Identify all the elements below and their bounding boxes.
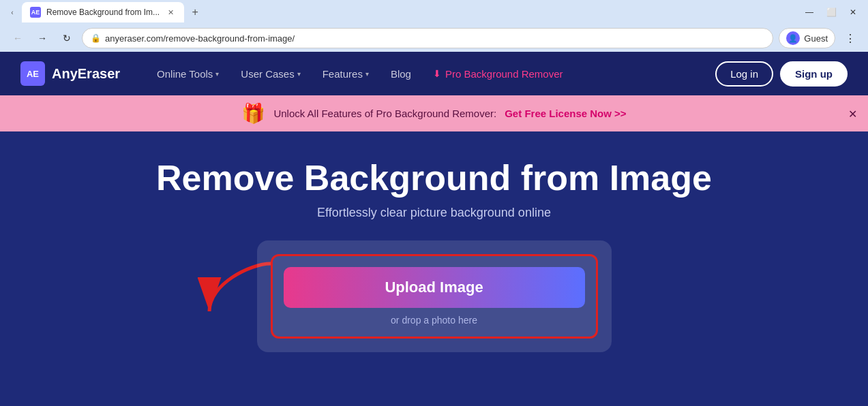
refresh-button[interactable]: ↻ — [57, 29, 76, 48]
chevron-down-icon: ▾ — [365, 70, 369, 78]
gift-icon: 🎁 — [241, 102, 265, 125]
address-bar: ← → ↻ 🔒 anyeraser.com/remove-background-… — [0, 25, 868, 52]
login-button[interactable]: Log in — [715, 61, 773, 87]
profile-button[interactable]: 👤 Guest — [779, 28, 835, 48]
signup-button[interactable]: Sign up — [780, 61, 848, 87]
nav-user-cases-label: User Cases — [241, 68, 294, 80]
promo-banner: 🎁 Unlock All Features of Pro Background … — [0, 95, 868, 131]
title-bar: ‹ AE Remove Background from Im... ✕ + — … — [0, 0, 868, 25]
upload-hint: or drop a photo here — [391, 315, 477, 326]
back-button[interactable]: ← — [8, 29, 27, 48]
lock-icon: 🔒 — [91, 33, 101, 43]
nav-online-tools-label: Online Tools — [157, 68, 213, 80]
download-icon: ⬇ — [433, 68, 441, 79]
profile-icon: 👤 — [786, 31, 800, 45]
page-content: AE AnyEraser Online Tools ▾ User Cases ▾… — [0, 52, 868, 406]
nav-pro-background-remover[interactable]: ⬇ Pro Background Remover — [423, 63, 573, 85]
banner-close-button[interactable]: ✕ — [848, 107, 857, 120]
upload-zone: Upload Image or drop a photo here — [257, 240, 612, 352]
logo[interactable]: AE AnyEraser — [20, 61, 120, 86]
window-controls: — ⬜ ✕ — [800, 3, 863, 22]
logo-text: AnyEraser — [52, 66, 120, 82]
profile-label: Guest — [804, 33, 828, 44]
page-title: Remove Background from Image — [156, 159, 712, 198]
upload-drop-area[interactable]: Upload Image or drop a photo here — [271, 254, 598, 339]
tab-title: Remove Background from Im... — [46, 7, 160, 17]
close-button[interactable]: ✕ — [843, 3, 863, 22]
nav-features[interactable]: Features ▾ — [313, 63, 378, 85]
nav-online-tools[interactable]: Online Tools ▾ — [147, 63, 228, 85]
hero-subtitle: Effortlessly clear picture background on… — [317, 206, 551, 220]
active-tab[interactable]: AE Remove Background from Im... ✕ — [22, 2, 184, 22]
nav-actions: Log in Sign up — [715, 61, 848, 87]
forward-button[interactable]: → — [33, 29, 52, 48]
chevron-down-icon: ▾ — [215, 70, 219, 78]
upload-image-button[interactable]: Upload Image — [284, 267, 585, 308]
minimize-button[interactable]: — — [800, 3, 819, 22]
banner-text: Unlock All Features of Pro Background Re… — [273, 108, 496, 119]
url-text: anyeraser.com/remove-background-from-ima… — [105, 33, 764, 44]
tab-bar-left: ‹ AE Remove Background from Im... ✕ + — [5, 2, 203, 22]
tab-close-button[interactable]: ✕ — [165, 7, 176, 18]
navbar: AE AnyEraser Online Tools ▾ User Cases ▾… — [0, 52, 868, 95]
tab-favicon: AE — [30, 7, 41, 18]
nav-user-cases[interactable]: User Cases ▾ — [231, 63, 310, 85]
chevron-down-icon: ▾ — [297, 70, 301, 78]
hero-section: Remove Background from Image Effortlessl… — [0, 131, 868, 406]
browser-chrome: ‹ AE Remove Background from Im... ✕ + — … — [0, 0, 868, 52]
new-tab-button[interactable]: + — [187, 4, 203, 20]
maximize-button[interactable]: ⬜ — [822, 3, 841, 22]
tab-scroll-btn[interactable]: ‹ — [5, 5, 19, 19]
browser-menu-button[interactable]: ⋮ — [841, 29, 860, 48]
nav-features-label: Features — [323, 68, 363, 80]
nav-links: Online Tools ▾ User Cases ▾ Features ▾ B… — [147, 63, 715, 85]
url-bar[interactable]: 🔒 anyeraser.com/remove-background-from-i… — [82, 28, 773, 48]
banner-link[interactable]: Get Free License Now >> — [505, 108, 626, 119]
nav-blog[interactable]: Blog — [381, 63, 421, 85]
logo-box: AE — [20, 61, 45, 86]
nav-pro-label: Pro Background Remover — [445, 68, 563, 80]
